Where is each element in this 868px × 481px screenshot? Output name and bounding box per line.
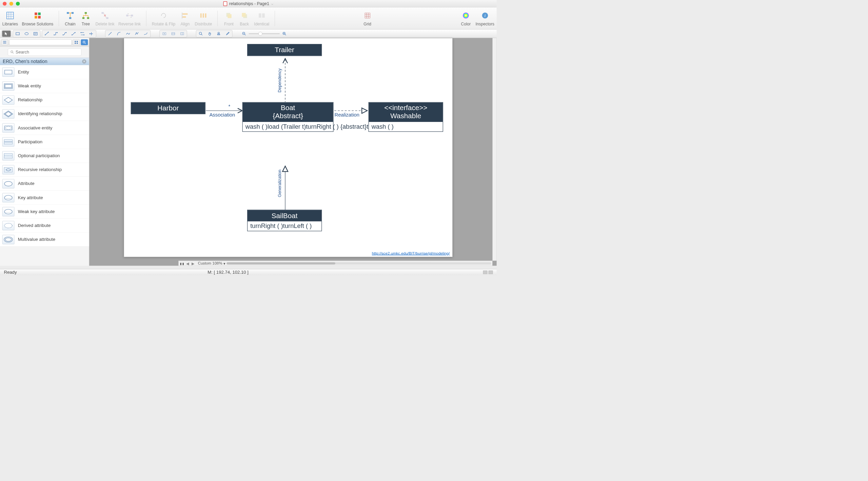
lib-item[interactable]: Derived attribute	[0, 218, 89, 232]
status-icon-1[interactable]	[483, 271, 488, 274]
identical-button[interactable]: Identical	[254, 11, 269, 26]
conn1-tool[interactable]	[42, 30, 51, 37]
ellipse-tool[interactable]	[22, 30, 31, 37]
svg-rect-33	[262, 13, 265, 18]
text-block-tool[interactable]	[31, 30, 40, 37]
line-tool[interactable]	[106, 30, 114, 37]
prev-page[interactable]: ◀	[185, 262, 190, 265]
spline-tool[interactable]	[123, 30, 132, 37]
lib-item[interactable]: Relationship	[0, 93, 89, 107]
close-window[interactable]	[3, 2, 6, 5]
lib-item[interactable]: Multivalue attribute	[0, 233, 89, 247]
zoom-out-icon[interactable]	[242, 31, 246, 36]
align-button[interactable]: Align	[179, 11, 191, 26]
lib-item-label: Entity	[18, 69, 29, 75]
library-search[interactable]	[8, 48, 81, 56]
lib-item-label: Weak entity	[18, 83, 41, 88]
lib-item[interactable]: Weak entity	[0, 79, 89, 93]
title-dropdown-icon[interactable]: ⌵	[271, 1, 273, 6]
uml-class-boat[interactable]: Boat {Abstract} wash ( )load (Trailer t)…	[242, 102, 334, 132]
freehand-tool[interactable]	[141, 30, 150, 37]
zoom-in-icon[interactable]	[282, 31, 287, 36]
lib-item[interactable]: Recursive relationship	[0, 163, 89, 177]
maximize-window[interactable]	[16, 2, 20, 5]
conn2-tool[interactable]	[52, 30, 60, 37]
conn6-tool[interactable]	[87, 30, 96, 37]
conn5-tool[interactable]	[78, 30, 87, 37]
category-close-icon[interactable]: ✕	[82, 59, 86, 64]
rect-tool[interactable]	[13, 30, 22, 37]
lib-item-thumb	[2, 221, 14, 230]
inspectors-button[interactable]: i Inspectors	[476, 11, 494, 26]
library-grid-view[interactable]	[73, 39, 80, 45]
snap1-tool[interactable]	[160, 30, 169, 37]
search-input[interactable]	[16, 49, 79, 55]
uml-interface-washable[interactable]: <<interface>> Washable wash ( )	[369, 102, 443, 132]
uml-class-trailer[interactable]: Trailer	[247, 44, 322, 56]
svg-rect-80	[75, 41, 76, 42]
distribute-button[interactable]: Distribute	[195, 11, 212, 26]
snap3-tool[interactable]	[178, 30, 186, 37]
svg-point-86	[11, 51, 13, 53]
svg-rect-48	[45, 35, 45, 35]
drawing-canvas[interactable]: * Association Dependency Realization Gen…	[124, 38, 453, 257]
grid-button[interactable]: Grid	[362, 11, 373, 26]
search-icon	[10, 50, 14, 54]
svg-point-102	[4, 195, 12, 200]
svg-point-108	[5, 238, 11, 241]
reverse-link-button[interactable]: Reverse link	[118, 11, 141, 26]
vertical-scrollbar[interactable]	[492, 38, 497, 260]
lib-item[interactable]: Optional participation	[0, 149, 89, 163]
svg-rect-23	[182, 16, 186, 18]
shape-toolbar	[0, 29, 497, 38]
tree-button[interactable]: Tree	[80, 11, 92, 26]
category-header[interactable]: ERD, Chen's notation ✕	[0, 58, 89, 65]
h-scrollbar[interactable]	[226, 262, 491, 265]
lib-item-thumb	[2, 123, 14, 132]
lib-item-thumb	[2, 109, 14, 118]
conn4-tool[interactable]	[69, 30, 78, 37]
zoom-slider[interactable]	[242, 31, 287, 36]
library-search-toggle[interactable]	[81, 39, 88, 45]
library-view-toggle[interactable]	[1, 39, 8, 45]
browse-solutions-button[interactable]: Browse Solutions	[22, 11, 53, 26]
eyedropper-tool[interactable]	[223, 30, 232, 37]
rotate-flip-button[interactable]: Rotate & Flip	[152, 11, 175, 26]
minimize-window[interactable]	[9, 2, 13, 5]
lib-item[interactable]: Associative entity	[0, 121, 89, 135]
front-button[interactable]: Front	[223, 11, 235, 26]
svg-line-67	[201, 34, 202, 35]
pause-icon[interactable]: ▮▮	[180, 261, 184, 266]
next-page[interactable]: ▶	[191, 262, 195, 265]
zoom-stepper[interactable]: ▾	[223, 261, 225, 266]
lib-item[interactable]: Identifying relationship	[0, 107, 89, 121]
svg-rect-88	[5, 70, 12, 74]
chain-button[interactable]: Chain	[64, 11, 76, 26]
status-icon-2[interactable]	[489, 271, 493, 274]
libraries-button[interactable]: Libraries	[2, 11, 18, 26]
snap2-tool[interactable]	[169, 30, 177, 37]
zoom-tool[interactable]	[197, 30, 205, 37]
pan-tool[interactable]	[205, 30, 214, 37]
stamp-tool[interactable]	[214, 30, 223, 37]
color-button[interactable]: Color	[460, 11, 472, 26]
select-tool[interactable]	[2, 30, 11, 37]
polyline-tool[interactable]	[133, 30, 141, 37]
arc-tool[interactable]	[115, 30, 123, 37]
uml-class-sailboat[interactable]: SailBoat turnRight ( )turnLeft ( )	[247, 210, 322, 231]
lib-item[interactable]: Weak key attribute	[0, 205, 89, 218]
zoom-label[interactable]: Custom 108%	[198, 261, 222, 266]
conn3-tool[interactable]	[60, 30, 69, 37]
uml-class-harbor[interactable]: Harbor	[131, 102, 205, 114]
lib-item[interactable]: Entity	[0, 65, 89, 79]
source-link[interactable]: http://sce2.umkc.edu/BIT/burrise/pl/mode…	[372, 251, 450, 256]
lib-item[interactable]: Key attribute	[0, 191, 89, 205]
svg-rect-20	[131, 15, 133, 16]
back-button[interactable]: Back	[239, 11, 250, 26]
svg-rect-52	[63, 35, 63, 35]
lib-item[interactable]: Participation	[0, 135, 89, 149]
library-dropdown[interactable]	[9, 39, 72, 45]
canvas-area[interactable]: * Association Dependency Realization Gen…	[89, 38, 497, 266]
lib-item[interactable]: Attribute	[0, 177, 89, 191]
delete-link-button[interactable]: Delete link	[95, 11, 114, 26]
